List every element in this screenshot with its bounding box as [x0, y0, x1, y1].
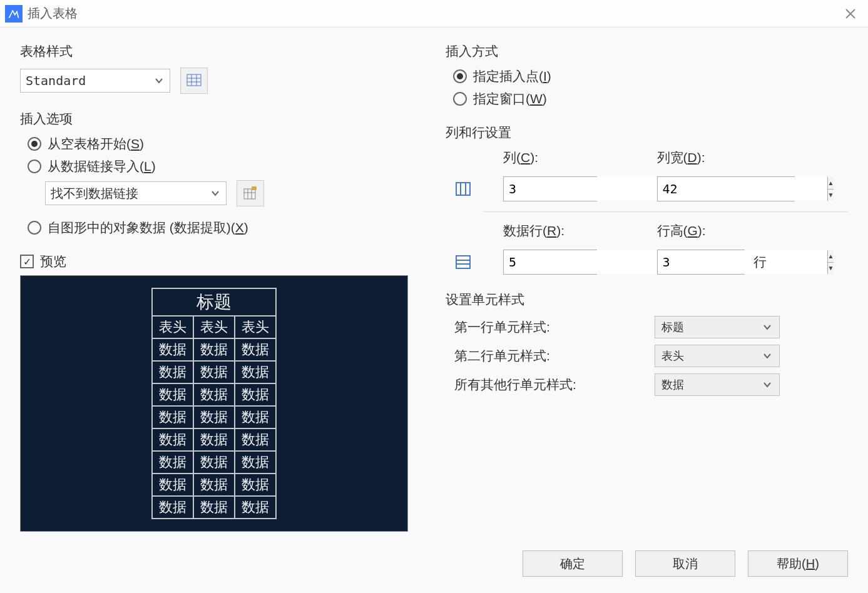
chevron-down-icon: [762, 322, 773, 333]
dialog-title: 插入表格: [28, 5, 838, 22]
data-link-browse-button[interactable]: [237, 180, 264, 206]
rows-spinner[interactable]: ▲▼: [503, 250, 597, 275]
svg-rect-13: [456, 256, 470, 268]
preview-canvas: 标题 表头表头表头 数据数据数据 数据数据数据 数据数据数据 数据数据数据 数据…: [20, 275, 408, 532]
row-height-input[interactable]: [658, 250, 827, 274]
columns-input[interactable]: [504, 177, 673, 201]
table-style-label: 表格样式: [20, 43, 414, 60]
preview-table: 标题 表头表头表头 数据数据数据 数据数据数据 数据数据数据 数据数据数据 数据…: [151, 288, 277, 519]
ok-button[interactable]: 确定: [523, 550, 623, 577]
columns-label: 列(C):: [503, 149, 646, 166]
radio-empty-table[interactable]: 从空表格开始(S): [28, 135, 414, 153]
radio-insert-window[interactable]: 指定窗口(W): [453, 90, 848, 108]
radio-data-link[interactable]: 从数据链接导入(L): [28, 158, 414, 175]
data-link-value: 找不到数据链接: [51, 185, 210, 202]
svg-rect-5: [244, 189, 255, 199]
row-height-unit: 行: [753, 253, 767, 271]
spin-down-icon[interactable]: ▼: [828, 263, 834, 275]
help-button[interactable]: 帮助(H): [748, 550, 848, 577]
first-row-style-label: 第一行单元样式:: [454, 318, 655, 336]
svg-rect-9: [252, 186, 257, 190]
radio-data-extract[interactable]: 自图形中的对象数据 (数据提取)(X): [28, 219, 414, 236]
columns-spinner[interactable]: ▲▼: [503, 176, 597, 201]
close-icon[interactable]: [838, 1, 863, 26]
colrow-label: 列和行设置: [446, 124, 848, 141]
app-icon: [5, 5, 23, 23]
titlebar: 插入表格: [0, 0, 868, 28]
insert-options-label: 插入选项: [20, 110, 414, 128]
column-width-label: 列宽(D):: [657, 149, 800, 166]
radio-icon: [28, 221, 41, 235]
column-width-input[interactable]: [658, 177, 827, 201]
rows-input[interactable]: [504, 250, 673, 274]
checkbox-icon: ✓: [20, 255, 34, 268]
second-row-style-label: 第二行单元样式:: [454, 347, 655, 365]
preview-checkbox[interactable]: ✓ 预览: [20, 253, 414, 270]
rows-icon: [454, 253, 472, 271]
svg-rect-10: [456, 183, 470, 195]
table-style-launch-button[interactable]: [180, 68, 208, 94]
radio-icon: [453, 92, 467, 106]
first-row-style-combo[interactable]: 标题: [655, 316, 780, 338]
insert-mode-label: 插入方式: [446, 43, 848, 60]
svg-rect-0: [187, 74, 201, 86]
divider: [483, 211, 848, 212]
cancel-button[interactable]: 取消: [635, 550, 735, 577]
second-row-style-combo[interactable]: 表头: [655, 345, 780, 367]
chevron-down-icon: [153, 75, 165, 86]
table-style-value: Standard: [26, 73, 153, 88]
cell-style-label: 设置单元样式: [446, 291, 848, 308]
spin-down-icon[interactable]: ▼: [828, 190, 834, 201]
other-row-style-combo[interactable]: 数据: [655, 373, 780, 396]
chevron-down-icon: [762, 350, 773, 362]
row-height-label: 行高(G):: [657, 222, 800, 240]
radio-icon: [453, 69, 467, 83]
other-row-style-label: 所有其他行单元样式:: [454, 376, 655, 393]
chevron-down-icon: [762, 379, 773, 390]
radio-icon: [28, 137, 41, 151]
rows-label: 数据行(R):: [503, 222, 646, 240]
chevron-down-icon: [210, 188, 221, 199]
table-style-combo[interactable]: Standard: [20, 69, 170, 93]
spin-up-icon[interactable]: ▲: [828, 250, 834, 263]
row-height-spinner[interactable]: ▲▼: [657, 250, 745, 275]
radio-icon: [28, 160, 41, 173]
columns-icon: [454, 180, 472, 198]
radio-insert-point[interactable]: 指定插入点(I): [453, 68, 848, 85]
column-width-spinner[interactable]: ▲▼: [657, 176, 795, 201]
spin-up-icon[interactable]: ▲: [828, 177, 834, 190]
data-link-combo[interactable]: 找不到数据链接: [45, 181, 227, 205]
